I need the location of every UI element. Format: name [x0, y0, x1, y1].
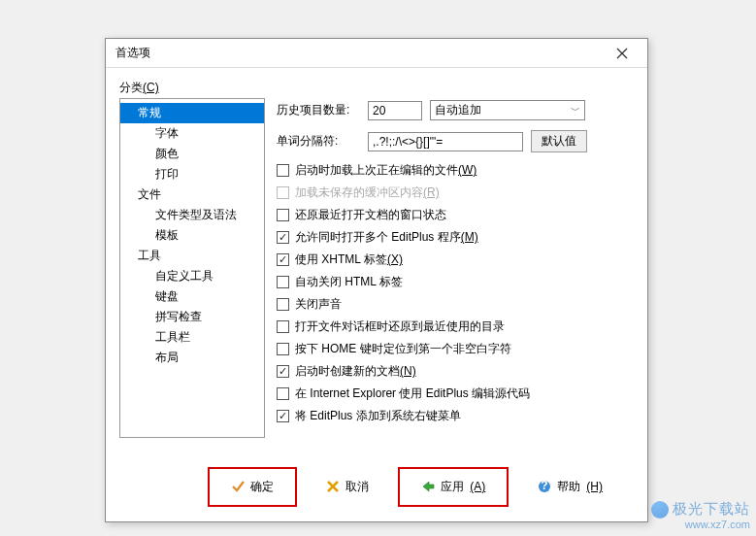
checkbox-10[interactable] [277, 387, 289, 400]
watermark: 极光下载站 www.xz7.com [651, 500, 750, 530]
svg-text:?: ? [542, 480, 548, 492]
checkbox-label-7: 打开文件对话框时还原到最近使用的目录 [295, 318, 505, 335]
ok-highlight: 确定 [208, 467, 297, 507]
wordsep-row: 单词分隔符: 默认值 [277, 130, 634, 152]
tree-item-0[interactable]: 常规 [120, 103, 264, 123]
checkbox-6[interactable] [277, 298, 289, 311]
word-separator-input[interactable] [368, 132, 523, 151]
checkbox-row-4: 使用 XHTML 标签(X) [277, 251, 634, 268]
arrow-left-icon [421, 480, 435, 493]
check-icon [231, 480, 245, 493]
tree-item-2[interactable]: 颜色 [120, 144, 264, 164]
checkbox-label-6: 关闭声音 [295, 296, 342, 313]
chevron-down-icon: ﹀ [571, 104, 580, 117]
tree-item-8[interactable]: 自定义工具 [120, 266, 264, 286]
checkbox-9[interactable] [277, 365, 289, 378]
tree-item-6[interactable]: 模板 [120, 225, 264, 246]
apply-accel: (A) [470, 480, 485, 493]
checkbox-row-3: 允许同时打开多个 EditPlus 程序(M) [277, 229, 634, 246]
default-button[interactable]: 默认值 [531, 130, 587, 152]
history-count-label: 历史项目数量: [277, 102, 360, 118]
checkbox-4[interactable] [277, 253, 289, 266]
checkbox-row-7: 打开文件对话框时还原到最近使用的目录 [277, 318, 634, 335]
tree-item-3[interactable]: 打印 [120, 164, 264, 184]
svg-marker-4 [423, 482, 434, 491]
watermark-logo-icon [651, 501, 669, 519]
category-label-accel: (C) [143, 81, 159, 94]
content-row: 常规字体颜色打印文件文件类型及语法模板工具自定义工具键盘拼写检查工具栏布局 历史… [119, 98, 634, 459]
help-label: 帮助 [557, 479, 580, 495]
checkbox-row-10: 在 Internet Explorer 使用 EditPlus 编辑源代码 [277, 385, 634, 402]
checkbox-label-5: 自动关闭 HTML 标签 [295, 274, 403, 290]
tree-item-9[interactable]: 键盘 [120, 286, 264, 307]
settings-panel: 历史项目数量: 自动追加 ﹀ 单词分隔符: 默认值 启动时加载上次正在编辑的文件… [277, 98, 634, 459]
checkbox-5[interactable] [277, 276, 289, 288]
checkbox-label-0: 启动时加载上次正在编辑的文件(W) [295, 162, 477, 179]
checkbox-1 [277, 186, 289, 199]
checkbox-accel-9: (N) [400, 364, 416, 378]
checkbox-label-10: 在 Internet Explorer 使用 EditPlus 编辑源代码 [295, 385, 530, 402]
checkbox-8[interactable] [277, 343, 289, 355]
help-button[interactable]: ? 帮助(H) [524, 473, 616, 501]
checkbox-accel-1: (R) [423, 185, 440, 199]
checkbox-7[interactable] [277, 320, 289, 333]
tree-item-7[interactable]: 工具 [120, 246, 264, 266]
cancel-button[interactable]: 取消 [312, 473, 382, 501]
history-mode-select[interactable]: 自动追加 ﹀ [430, 100, 585, 120]
watermark-url: www.xz7.com [651, 519, 750, 530]
checkbox-label-3: 允许同时打开多个 EditPlus 程序(M) [295, 229, 478, 246]
titlebar: 首选项 [106, 39, 647, 68]
apply-button[interactable]: 应用(A) [408, 473, 499, 501]
preferences-dialog: 首选项 分类(C) 常规字体颜色打印文件文件类型及语法模板工具自定义工具键盘拼写… [105, 38, 648, 522]
checkbox-row-9: 启动时创建新的文档(N) [277, 363, 634, 380]
checkbox-label-2: 还原最近打开文档的窗口状态 [295, 207, 446, 223]
checkbox-label-4: 使用 XHTML 标签(X) [295, 251, 403, 268]
ok-button[interactable]: 确定 [217, 473, 287, 501]
close-button[interactable] [603, 42, 641, 65]
checkbox-row-8: 按下 HOME 键时定位到第一个非空白字符 [277, 341, 634, 357]
apply-highlight: 应用(A) [398, 467, 509, 507]
tree-item-1[interactable]: 字体 [120, 123, 264, 144]
category-label: 分类(C) [119, 80, 634, 96]
checkbox-11[interactable] [277, 410, 289, 422]
tree-item-10[interactable]: 拼写检查 [120, 307, 264, 327]
checkbox-accel-4: (X) [387, 252, 403, 266]
checkbox-accel-3: (M) [461, 230, 478, 244]
checkbox-label-9: 启动时创建新的文档(N) [295, 363, 416, 380]
checkbox-label-11: 将 EditPlus 添加到系统右键菜单 [295, 408, 461, 424]
dialog-body: 分类(C) 常规字体颜色打印文件文件类型及语法模板工具自定义工具键盘拼写检查工具… [106, 68, 647, 521]
cancel-label: 取消 [345, 479, 369, 495]
checkbox-accel-0: (W) [458, 163, 477, 177]
ok-label: 确定 [250, 479, 274, 495]
checkbox-row-6: 关闭声音 [277, 296, 634, 313]
checkbox-row-0: 启动时加载上次正在编辑的文件(W) [277, 162, 634, 179]
checkbox-2[interactable] [277, 209, 289, 221]
checkbox-row-2: 还原最近打开文档的窗口状态 [277, 207, 634, 223]
checkbox-group: 启动时加载上次正在编辑的文件(W)加载未保存的缓冲区内容(R)还原最近打开文档的… [277, 162, 634, 424]
word-separator-label: 单词分隔符: [277, 133, 360, 150]
dialog-title: 首选项 [115, 45, 150, 61]
checkbox-row-11: 将 EditPlus 添加到系统右键菜单 [277, 408, 634, 424]
checkbox-3[interactable] [277, 231, 289, 244]
close-icon [616, 48, 628, 59]
checkbox-row-1: 加载未保存的缓冲区内容(R) [277, 184, 634, 201]
help-accel: (H) [586, 480, 603, 493]
checkbox-label-8: 按下 HOME 键时定位到第一个非空白字符 [295, 341, 511, 357]
tree-item-11[interactable]: 工具栏 [120, 327, 264, 348]
apply-label: 应用 [441, 479, 464, 495]
dialog-footer: 确定 取消 应用(A) ? 帮助(H) [119, 459, 634, 514]
history-mode-value: 自动追加 [435, 102, 481, 118]
tree-item-4[interactable]: 文件 [120, 184, 264, 205]
watermark-brand: 极光下载站 [673, 500, 750, 519]
category-tree[interactable]: 常规字体颜色打印文件文件类型及语法模板工具自定义工具键盘拼写检查工具栏布局 [119, 98, 265, 438]
question-icon: ? [538, 480, 551, 493]
history-count-input[interactable] [368, 101, 422, 120]
category-label-text: 分类 [119, 81, 143, 94]
checkbox-0[interactable] [277, 164, 289, 177]
x-icon [326, 480, 340, 493]
checkbox-row-5: 自动关闭 HTML 标签 [277, 274, 634, 290]
tree-item-5[interactable]: 文件类型及语法 [120, 205, 264, 225]
tree-item-12[interactable]: 布局 [120, 348, 264, 368]
history-row: 历史项目数量: 自动追加 ﹀ [277, 100, 634, 120]
checkbox-label-1: 加载未保存的缓冲区内容(R) [295, 184, 440, 201]
